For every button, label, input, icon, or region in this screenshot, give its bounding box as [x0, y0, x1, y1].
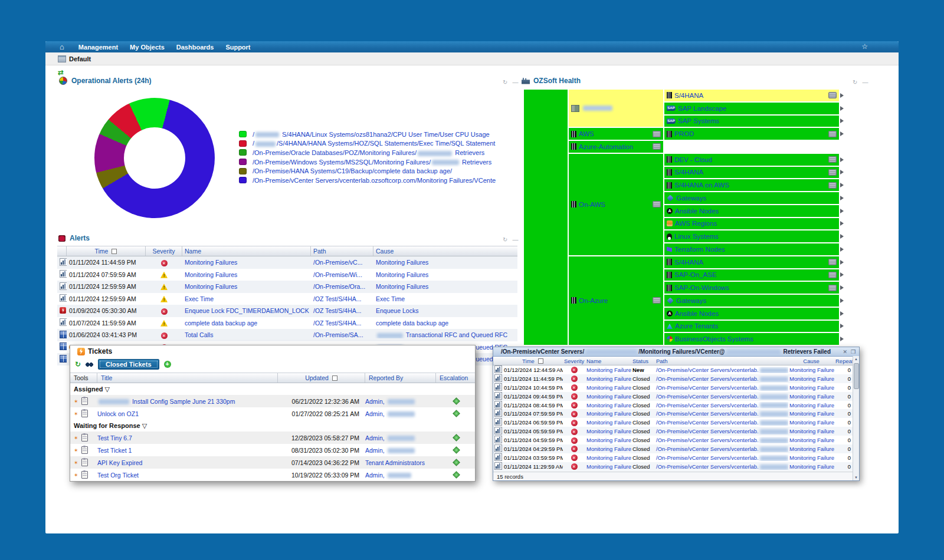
alert-row[interactable]: 01/11/2024 12:59:59 AM!Monitoring Failur… [57, 281, 517, 293]
menu-icon[interactable] [828, 285, 837, 291]
column-header-time[interactable]: Time [67, 246, 146, 256]
legend-label[interactable]: /On-Premise/Oracle Databases/POZ/Monitor… [253, 149, 484, 156]
nav-item-management[interactable]: Management [73, 44, 124, 51]
alert-path[interactable]: /On-Premise/vCenter Servers/vcenterlab. [655, 375, 788, 382]
health-cell-sap-systems[interactable]: SAPSAP Systems [664, 116, 839, 127]
priority-icon[interactable]: ✶ [74, 411, 78, 417]
ticket-title[interactable]: Unlock on OZ1 [97, 410, 278, 417]
close-icon[interactable]: ✕ [843, 349, 847, 355]
alert-path[interactable]: /On-Premise/vCenter Servers/vcenterlab. [655, 463, 788, 470]
priority-icon[interactable]: ✶ [74, 435, 78, 441]
health-cell-prod[interactable]: PROD [664, 128, 839, 140]
expand-arrow[interactable] [840, 128, 848, 140]
health-cell-linux-systems[interactable]: Linux Systems [664, 230, 839, 242]
alert-name[interactable]: Monitoring Failures [585, 437, 631, 443]
alert-name[interactable]: Monitoring Failures [182, 259, 311, 266]
menu-icon[interactable] [828, 272, 837, 278]
ticket-group-label[interactable]: Waiting for Response ▽ [70, 420, 475, 431]
legend-label[interactable]: /On-Premise/Windows Systems/MS2SQL/Monit… [253, 159, 491, 166]
health-cell-aws-regions[interactable]: AWS Regions [664, 218, 839, 230]
panel-refresh-icon[interactable]: ↻ [503, 236, 507, 243]
alert-path[interactable]: /On-Premise/Wi... [311, 271, 373, 278]
popup-alert-row[interactable]: 01/11/2024 11:29:59 AM✕Monitoring Failur… [493, 462, 854, 471]
alert-name[interactable]: Monitoring Failures [182, 271, 311, 278]
health-cell[interactable] [569, 90, 663, 127]
ticket-title[interactable]: Test Tiny 6.7 [97, 434, 278, 442]
column-header-title[interactable]: Title [97, 373, 278, 383]
popup-alert-row[interactable]: 01/11/2024 04:29:59 PM✕Monitoring Failur… [493, 444, 854, 453]
alert-cause[interactable]: Monitoring Failures [788, 419, 834, 426]
expand-arrow[interactable] [840, 321, 848, 332]
alert-name[interactable]: Monitoring Failures [585, 402, 631, 409]
home-icon[interactable]: ⌂ [60, 42, 64, 52]
expand-arrow[interactable] [840, 90, 848, 101]
scroll-down-icon[interactable]: ▼ [853, 475, 859, 480]
column-header-path[interactable]: Path [655, 358, 788, 364]
expand-arrow[interactable] [840, 269, 848, 281]
alert-name[interactable]: Monitoring Failures [585, 419, 631, 426]
popup-titlebar[interactable]: /On-Premise/vCenter Servers//Monitoring … [493, 347, 859, 357]
expand-arrow[interactable] [840, 167, 848, 179]
panel-collapse-icon[interactable]: — [862, 79, 868, 85]
alert-name[interactable]: Monitoring Failures [585, 393, 631, 400]
checkbox-icon[interactable] [332, 375, 337, 381]
alert-path[interactable]: /On-Premise/vCenter Servers/vcenterlab. [655, 384, 788, 391]
health-cell-s-4hana-on-aws[interactable]: S/4HANA on AWS [664, 179, 839, 191]
legend-label[interactable]: /On-Premise/HANA Systems/C19/Backup/comp… [253, 167, 452, 174]
legend-label[interactable]: /On-Premise/vCenter Servers/vcenterlab.o… [253, 177, 496, 184]
alert-row[interactable]: 01/07/2024 11:59:59 AM!complete data bac… [57, 317, 517, 330]
ticket-row[interactable]: ✶API Key Expired07/14/2023 04:36:22 PMTe… [70, 456, 475, 469]
menu-icon[interactable] [828, 182, 837, 189]
alert-path[interactable]: /On-Premise/vCenter Servers/vcenterlab. [655, 437, 788, 443]
alert-cause[interactable]: Monitoring Failures [788, 446, 834, 452]
alert-name[interactable]: Enqueue Lock FDC_TIMERDAEMON_LOCK [182, 307, 311, 314]
alert-path[interactable]: /OZ Test/S/4HA... [311, 295, 373, 302]
health-cell-aws[interactable]: AWS [569, 128, 663, 140]
priority-icon[interactable]: ✶ [74, 472, 78, 478]
ticket-row[interactable]: ✶ Install Config Sample June 21 330pm06/… [70, 395, 475, 407]
checkbox-icon[interactable] [538, 358, 543, 364]
menu-icon[interactable] [653, 143, 661, 150]
alert-path[interactable]: /OZ Test/S/4HA... [311, 319, 373, 327]
closed-tickets-button[interactable]: Closed Tickets [98, 359, 159, 370]
panel-collapse-icon[interactable]: — [512, 236, 518, 243]
alert-cause[interactable]: Monitoring Failures [788, 367, 834, 373]
expand-arrow[interactable] [840, 282, 848, 294]
refresh-icon[interactable]: ↻ [75, 360, 81, 368]
view-name[interactable]: Default [69, 55, 91, 62]
alert-cause[interactable]: Monitoring Failures [788, 393, 834, 400]
alert-cause[interactable]: Enqueue Locks [373, 307, 517, 314]
checkbox-icon[interactable] [112, 249, 117, 254]
health-cell-terraform-nodes[interactable]: Terraform Nodes [664, 243, 839, 255]
alert-name[interactable]: Monitoring Failures [585, 384, 631, 391]
priority-icon[interactable]: ✶ [74, 447, 78, 453]
clipboard-icon[interactable] [81, 434, 88, 442]
expand-arrow[interactable] [840, 243, 848, 255]
expand-arrow[interactable] [840, 116, 848, 127]
maximize-icon[interactable]: ❒ [851, 349, 856, 355]
column-header-severity[interactable]: Severity [563, 358, 585, 364]
health-cell-azure-tenants[interactable]: Azure Tenants [664, 321, 839, 332]
alert-name[interactable]: Monitoring Failures [585, 375, 631, 382]
alert-path[interactable]: /On-Premise/vCenter Servers/vcenterlab. [655, 393, 788, 400]
alert-name[interactable]: Monitoring Failures [182, 283, 311, 290]
alert-cause[interactable]: Monitoring Failures [788, 454, 834, 461]
alert-name[interactable]: Monitoring Failures [585, 446, 631, 452]
menu-icon[interactable] [653, 297, 661, 304]
alert-cause[interactable]: complete data backup age [373, 319, 517, 327]
ticket-row[interactable]: ✶Test Ticket 108/31/2023 05:02:30 PMAdmi… [70, 444, 475, 456]
ticket-group-label[interactable]: Assigned ▽ [70, 383, 475, 395]
health-cell-s-4hana[interactable]: S/4HANA [664, 90, 839, 101]
health-cell-sap-on-windows[interactable]: SAP-On-Windows [664, 282, 839, 294]
nav-item-dashboards[interactable]: Dashboards [171, 44, 220, 51]
health-cell-gateways[interactable]: Gateways [664, 192, 839, 204]
column-header-name[interactable]: Name [182, 246, 311, 256]
alert-row[interactable]: 01/11/2024 07:59:59 AM!Monitoring Failur… [57, 269, 517, 281]
ticket-row[interactable]: ✶Unlock on OZ101/27/2022 08:25:21 AMAdmi… [70, 407, 475, 420]
menu-icon[interactable] [828, 92, 837, 98]
alert-path[interactable]: /On-Premise/SA... [311, 331, 373, 338]
alert-path[interactable]: /On-Premise/vCenter Servers/vcenterlab. [655, 410, 788, 417]
alert-name[interactable]: Monitoring Failures [585, 463, 631, 470]
column-header-reported-by[interactable]: Reported By [365, 373, 436, 383]
popup-alert-row[interactable]: 01/11/2024 03:59:59 PM✕Monitoring Failur… [493, 453, 854, 462]
